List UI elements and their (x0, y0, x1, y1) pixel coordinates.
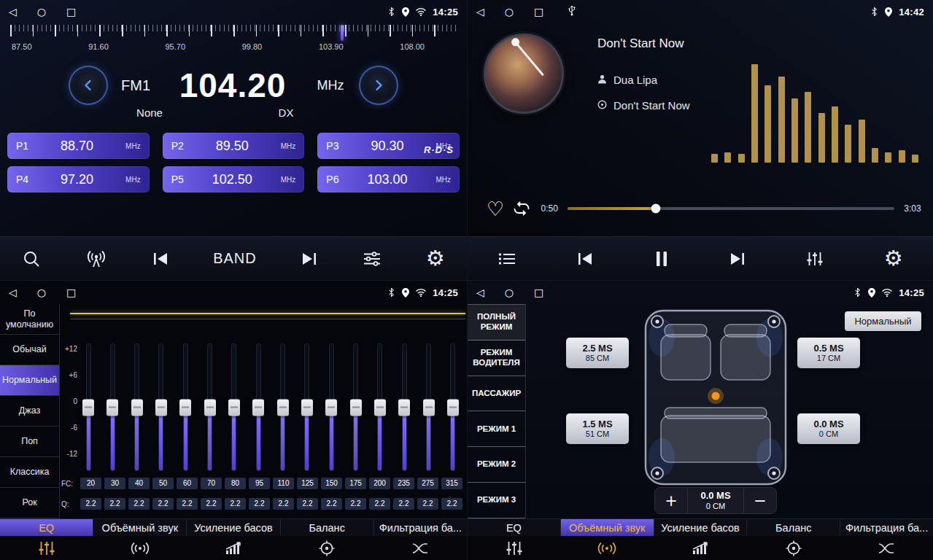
eq-band-slider[interactable] (421, 343, 437, 471)
tab-surround[interactable]: Объёмный звук (93, 519, 187, 536)
home-icon[interactable]: ○ (37, 7, 46, 17)
preset-p6[interactable]: P6103.00MHz (317, 166, 460, 192)
eq-slider-handle[interactable] (398, 399, 410, 416)
mode-passenger[interactable]: ПАССАЖИР (468, 376, 525, 412)
filter-icon[interactable] (840, 536, 933, 560)
eq-preset-pop[interactable]: Поп (0, 427, 59, 457)
eq-band-slider[interactable] (275, 343, 291, 471)
prev-station-icon[interactable] (152, 252, 169, 266)
eq-band-slider[interactable] (226, 343, 242, 471)
eq-sliders-icon[interactable] (0, 536, 93, 560)
eq-slider-handle[interactable] (82, 399, 94, 416)
band-button[interactable]: BAND (213, 250, 257, 267)
next-station-icon[interactable] (301, 252, 318, 266)
settings-gear-icon[interactable]: ⚙ (426, 248, 445, 269)
pause-button[interactable] (654, 250, 669, 268)
eq-band-slider[interactable] (104, 343, 120, 471)
eq-preset-rock[interactable]: Рок (0, 488, 59, 518)
eq-sliders-icon[interactable] (468, 536, 561, 560)
balance-icon[interactable] (747, 536, 840, 560)
eq-band-slider[interactable] (445, 343, 461, 471)
recents-icon[interactable]: □ (534, 7, 543, 17)
tab-eq[interactable]: EQ (468, 519, 561, 536)
settings-gear-icon[interactable]: ⚙ (884, 248, 903, 269)
eq-band-slider[interactable] (153, 343, 169, 471)
mode-3[interactable]: РЕЖИМ 3 (468, 483, 525, 518)
eq-slider-handle[interactable] (350, 399, 362, 416)
tab-bass-boost[interactable]: Усиление басов (654, 519, 748, 536)
back-icon[interactable]: ◁ (476, 7, 484, 17)
audio-settings-icon[interactable] (363, 251, 382, 267)
eq-band-slider[interactable] (299, 343, 315, 471)
progress-thumb[interactable] (651, 204, 661, 214)
preset-p4[interactable]: P497.20MHz (7, 166, 150, 192)
scan-button[interactable] (22, 249, 41, 268)
eq-slider-handle[interactable] (179, 399, 191, 416)
mode-1[interactable]: РЕЖИМ 1 (468, 411, 525, 447)
delay-rear-left-button[interactable]: 1.5 MS 51 CM (566, 413, 629, 444)
delay-rear-right-button[interactable]: 0.0 MS 0 CM (797, 413, 860, 444)
eq-slider-handle[interactable] (155, 399, 167, 416)
eq-band-slider[interactable] (323, 343, 339, 471)
tab-surround[interactable]: Объёмный звук (561, 519, 654, 536)
delay-increase-button[interactable]: + (655, 488, 687, 513)
tab-balance[interactable]: Баланс (281, 519, 374, 536)
album-art[interactable] (484, 34, 564, 114)
preset-p5[interactable]: P5102.50MHz (163, 166, 305, 192)
eq-band-slider[interactable] (348, 343, 364, 471)
back-icon[interactable]: ◁ (476, 287, 484, 298)
home-icon[interactable]: ○ (505, 7, 514, 17)
prev-track-icon[interactable] (576, 252, 594, 266)
broadcast-seek-button[interactable] (85, 249, 107, 268)
surround-icon[interactable] (93, 536, 187, 560)
home-icon[interactable]: ○ (37, 287, 46, 298)
eq-band-slider[interactable] (372, 343, 388, 471)
eq-preset-default[interactable]: По умолчанию (0, 304, 59, 335)
recents-icon[interactable]: □ (66, 287, 76, 298)
tab-eq[interactable]: EQ (0, 519, 93, 536)
tune-up-button[interactable] (359, 66, 398, 105)
home-icon[interactable]: ○ (505, 287, 514, 298)
mode-2[interactable]: РЕЖИМ 2 (468, 447, 525, 483)
filter-icon[interactable] (373, 536, 467, 560)
preset-p2[interactable]: P289.50MHz (163, 133, 305, 159)
eq-preset-normal[interactable]: Нормальный (0, 365, 59, 396)
eq-preset-custom[interactable]: Обычай (0, 335, 59, 365)
mode-full[interactable]: ПОЛНЫЙ РЕЖИМ (468, 305, 525, 341)
surround-icon[interactable] (561, 536, 654, 560)
eq-band-slider[interactable] (80, 343, 96, 471)
eq-slider-handle[interactable] (325, 399, 337, 416)
recents-icon[interactable]: □ (66, 7, 76, 17)
eq-slider-handle[interactable] (277, 399, 289, 416)
delay-decrease-button[interactable]: − (744, 488, 776, 513)
tab-filter[interactable]: Фильтрация ба... (840, 519, 933, 536)
eq-band-slider[interactable] (396, 343, 412, 471)
eq-band-slider[interactable] (202, 343, 218, 471)
bass-boost-icon[interactable] (187, 536, 280, 560)
eq-slider-handle[interactable] (228, 399, 240, 416)
playlist-icon[interactable] (498, 252, 516, 266)
eq-preset-classic[interactable]: Классика (0, 457, 59, 488)
eq-slider-handle[interactable] (252, 399, 264, 416)
favorite-button[interactable]: ♡ (487, 199, 504, 219)
eq-slider-handle[interactable] (447, 399, 459, 416)
next-track-icon[interactable] (729, 252, 746, 266)
tuner-scale[interactable]: 87.50 91.60 95.70 99.80 103.90 108.00 (0, 25, 467, 55)
eq-slider-handle[interactable] (131, 399, 143, 416)
eq-preset-jazz[interactable]: Джаз (0, 396, 59, 427)
eq-band-slider[interactable] (250, 343, 266, 471)
eq-band-slider[interactable] (129, 343, 145, 471)
eq-slider-handle[interactable] (374, 399, 386, 416)
eq-slider-handle[interactable] (423, 399, 435, 416)
eq-slider-handle[interactable] (301, 399, 313, 416)
delay-front-left-button[interactable]: 2.5 MS 85 CM (566, 338, 629, 368)
mode-driver[interactable]: РЕЖИМ ВОДИТЕЛЯ (468, 341, 525, 376)
preset-p1[interactable]: P188.70MHz (7, 133, 150, 159)
recents-icon[interactable]: □ (534, 287, 543, 298)
balance-icon[interactable] (280, 536, 373, 560)
tune-down-button[interactable] (69, 66, 108, 105)
back-icon[interactable]: ◁ (9, 7, 17, 17)
bass-boost-icon[interactable] (654, 536, 747, 560)
eq-slider-handle[interactable] (107, 399, 118, 416)
progress-bar[interactable] (568, 207, 894, 210)
